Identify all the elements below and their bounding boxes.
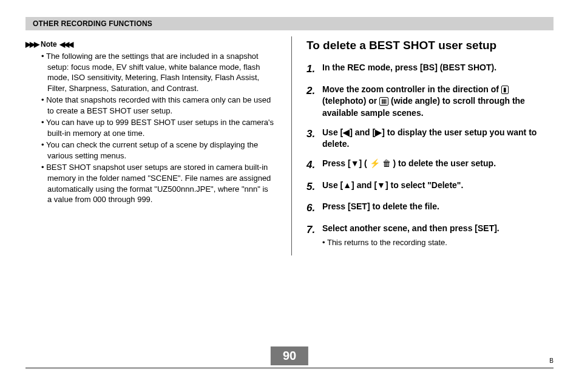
footer-line	[25, 367, 554, 369]
left-column: ▶▶▶ Note ◀◀◀ The following are the setti…	[25, 36, 279, 255]
note-list: The following are the settings that are …	[25, 51, 274, 205]
step-body: Select another scene, and then press [SE…	[322, 223, 541, 248]
step-item: 7. Select another scene, and then press …	[306, 223, 541, 248]
step-text: ) to delete the user setup.	[391, 158, 496, 168]
footer-right-marker: B	[549, 357, 554, 364]
procedure-title: To delete a BEST SHOT user setup	[306, 39, 541, 52]
note-item: You can check the current setup of a sce…	[41, 140, 274, 161]
step-body: Use [◀] and [▶] to display the user setu…	[322, 127, 541, 150]
step-text: (telephoto) or	[322, 96, 379, 106]
flash-icon: ⚡	[370, 158, 380, 170]
note-item: Note that snapshots recorded with this c…	[41, 95, 274, 116]
section-header: OTHER RECORDING FUNCTIONS	[25, 17, 554, 30]
note-item: BEST SHOT snapshot user setups are store…	[41, 162, 274, 204]
step-number: 1.	[306, 62, 320, 76]
trash-icon: 🗑	[382, 158, 391, 170]
note-item: The following are the settings that are …	[41, 51, 274, 93]
right-column: To delete a BEST SHOT user setup 1. In t…	[291, 36, 554, 255]
step-item: 1. In the REC mode, press [BS] (BEST SHO…	[306, 62, 541, 76]
step-number: 4.	[306, 158, 320, 172]
page-footer: 90 B	[25, 363, 554, 369]
step-number: 7.	[306, 223, 320, 248]
step-item: 3. Use [◀] and [▶] to display the user s…	[306, 127, 541, 150]
note-arrow-left-icon: ▶▶▶	[25, 40, 38, 49]
manual-page: OTHER RECORDING FUNCTIONS ▶▶▶ Note ◀◀◀ T…	[0, 0, 579, 392]
step-text: Move the zoom controller in the directio…	[322, 84, 501, 94]
step-item: 6. Press [SET] to delete the file.	[306, 201, 541, 215]
step-text: Select another scene, and then press [SE…	[322, 223, 499, 233]
step-body: Move the zoom controller in the directio…	[322, 84, 541, 120]
telephoto-icon: ▮	[501, 86, 509, 94]
step-item: 5. Use [▲] and [▼] to select "Delete".	[306, 180, 541, 194]
step-body: In the REC mode, press [BS] (BEST SHOT).	[322, 62, 541, 76]
step-body: Press [▼] ( ⚡ 🗑 ) to delete the user set…	[322, 158, 541, 172]
step-item: 4. Press [▼] ( ⚡ 🗑 ) to delete the user …	[306, 158, 541, 172]
step-number: 2.	[306, 84, 320, 120]
note-item: You can have up to 999 BEST SHOT user se…	[41, 117, 274, 138]
step-body: Use [▲] and [▼] to select "Delete".	[322, 180, 541, 194]
steps-list: 1. In the REC mode, press [BS] (BEST SHO…	[306, 62, 541, 248]
step-number: 6.	[306, 201, 320, 215]
step-sub: This returns to the recording state.	[322, 237, 541, 248]
page-number: 90	[271, 346, 308, 365]
step-number: 5.	[306, 180, 320, 194]
step-number: 3.	[306, 127, 320, 150]
wide-angle-icon: ▦	[379, 97, 388, 106]
step-text: Press [▼] (	[322, 158, 370, 168]
note-arrow-right-icon: ◀◀◀	[59, 40, 72, 49]
note-header: ▶▶▶ Note ◀◀◀	[25, 40, 274, 49]
step-body: Press [SET] to delete the file.	[322, 201, 541, 215]
note-label: Note	[41, 40, 57, 49]
step-item: 2. Move the zoom controller in the direc…	[306, 84, 541, 120]
